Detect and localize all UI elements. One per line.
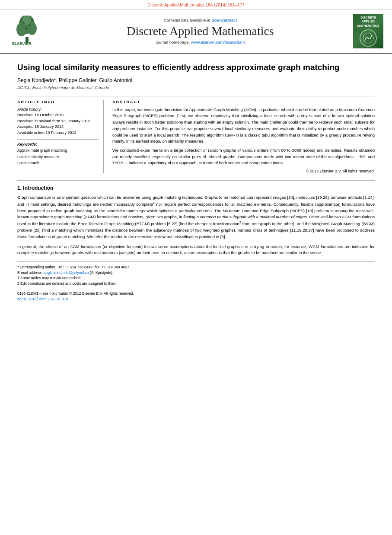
footnote-2: 2 Edit operations are defined and costs … [17, 281, 375, 287]
svg-point-6 [23, 22, 25, 24]
authors: Segla Kpodjedo*, Philippe Galinier, Giul… [17, 77, 375, 83]
article-info-title: ARTICLE INFO [17, 100, 98, 104]
article-info-column: ARTICLE INFO Article history: Received 1… [17, 100, 104, 173]
badge-text-applied: APPLIED [362, 19, 375, 23]
history-label: Article history: [17, 107, 98, 113]
keyword-3: Local search [17, 160, 98, 166]
keywords-label: Keywords: [17, 142, 98, 146]
abstract-copyright: © 2012 Elsevier B.V. All rights reserved… [112, 169, 375, 173]
svg-text:ELSEVIER: ELSEVIER [12, 41, 32, 46]
top-bar: Discrete Applied Mathematics 164 (2014) … [0, 0, 392, 10]
available-date: Available online 10 February 2012 [17, 130, 98, 136]
homepage-link[interactable]: www.elsevier.com/locate/dam [191, 40, 245, 45]
badge-graph-icon [362, 32, 374, 44]
intro-paragraph-2: In general, the choice of an AGM formula… [17, 244, 375, 256]
elsevier-logo: ELSEVIER [9, 16, 48, 47]
badge-text-discrete: DISCRETE [360, 16, 376, 19]
abstract-text: In this paper, we investigate heuristics… [112, 107, 375, 166]
journal-title: Discrete Applied Mathematics [48, 24, 353, 38]
keyword-1: Approximate graph matching [17, 147, 98, 153]
keywords-list: Approximate graph matching Local similar… [17, 147, 98, 166]
abstract-paragraph-1: In this paper, we investigate heuristics… [112, 107, 375, 145]
doi-link[interactable]: doi:10.1016/j.dam.2012.01.019 [17, 297, 68, 301]
footnote-email: E-mail address: segla.kpodjedo@polymtl.c… [17, 270, 375, 276]
revised-date: Received in revised form 13 January 2012 [17, 118, 98, 124]
affiliation: DGIGL, Ecole Polytechnique de Montreal, … [17, 85, 375, 90]
article-info-abstract-section: ARTICLE INFO Article history: Received 1… [17, 96, 375, 173]
abstract-paragraph-2: We conducted experiments on a large coll… [112, 147, 375, 166]
footer-license: 0166-218X/$ – see front matter © 2012 El… [17, 291, 375, 296]
introduction-title: 1. Introduction [17, 185, 375, 191]
accepted-date: Accepted 18 January 2012 [17, 124, 98, 130]
email-link[interactable]: segla.kpodjedo@polymtl.ca [44, 271, 89, 275]
journal-header: ELSEVIER Contents lists available at Sci… [0, 10, 392, 54]
footnotes-area: * Corresponding author. Tel.: +1 514 733… [17, 261, 375, 287]
received-date: Received 16 October 2010 [17, 112, 98, 118]
paper-title: Using local similarity measures to effic… [17, 62, 375, 73]
intro-paragraph-1: Graph comparison is an important questio… [17, 194, 375, 240]
badge-circle-icon [360, 29, 377, 47]
badge-text-mathematics: MATHEMATICS [357, 24, 379, 28]
journal-badge: DISCRETE APPLIED MATHEMATICS [353, 14, 383, 48]
footnote-1: 1 Some nodes may remain unmatched. [17, 275, 375, 281]
journal-citation: Discrete Applied Mathematics 164 (2014) … [147, 3, 245, 7]
abstract-title: ABSTRACT [112, 100, 375, 104]
header-center: Contents lists available at ScienceDirec… [48, 18, 353, 45]
contents-line: Contents lists available at ScienceDirec… [48, 18, 353, 22]
homepage-line: journal homepage: www.elsevier.com/locat… [48, 40, 353, 45]
footer-info: 0166-218X/$ – see front matter © 2012 El… [17, 291, 375, 302]
sciencedirect-link[interactable]: ScienceDirect [211, 18, 237, 22]
footnote-star: * Corresponding author. Tel.: +1 514 733… [17, 264, 375, 270]
authors-text: Segla Kpodjedo*, Philippe Galinier, Giul… [17, 77, 132, 83]
section-divider [17, 180, 375, 181]
svg-point-8 [25, 28, 27, 29]
article-history: Article history: Received 16 October 201… [17, 107, 98, 136]
footer-doi: doi:10.1016/j.dam.2012.01.019 [17, 296, 375, 302]
main-content: Using local similarity measures to effic… [0, 54, 392, 310]
elsevier-tree-icon: ELSEVIER [9, 16, 45, 46]
svg-point-7 [29, 24, 30, 26]
keyword-2: Local similarity measure [17, 154, 98, 160]
abstract-column: ABSTRACT In this paper, we investigate h… [112, 100, 375, 173]
